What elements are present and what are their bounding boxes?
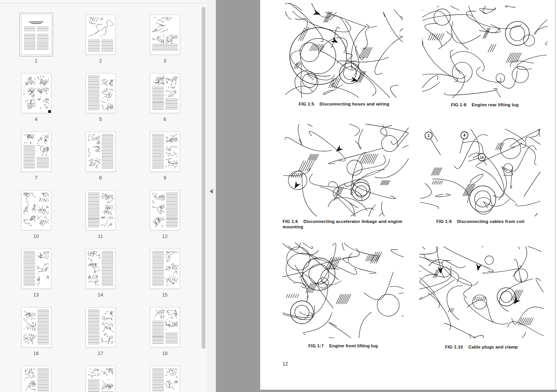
page-thumbnail-label: 9 xyxy=(163,175,166,181)
page-thumbnail-preview xyxy=(150,249,180,289)
page-thumbnail[interactable] xyxy=(148,71,182,115)
viewer-background-bottom xyxy=(216,390,557,392)
figure-illustration-1-5 xyxy=(285,3,403,98)
page-thumbnail-preview xyxy=(21,73,51,113)
page-thumbnail[interactable] xyxy=(84,13,118,57)
page-thumbnail-preview xyxy=(86,132,116,172)
figure-number: FIG 1:6 xyxy=(283,219,303,224)
page-thumbnail-preview xyxy=(21,132,51,172)
thumbnail-cell: 12 xyxy=(133,188,197,247)
figure-number: FIG 1:9 xyxy=(436,219,457,224)
page-thumbnail-preview xyxy=(86,307,116,347)
page-thumbnail[interactable] xyxy=(19,188,53,232)
page-thumbnail-preview xyxy=(150,15,180,55)
page-thumbnail-preview xyxy=(21,15,51,55)
page-thumbnail[interactable] xyxy=(84,188,118,232)
page-thumbnail-preview xyxy=(21,190,51,230)
page-thumbnail-preview xyxy=(86,249,116,289)
sidebar-scrollbar[interactable] xyxy=(202,7,205,349)
page-thumbnail-label: 14 xyxy=(98,292,103,298)
figure-caption-text: Disconnecting hoses and wiring xyxy=(320,102,389,106)
page-thumbnail-preview xyxy=(150,190,180,230)
page-thumbnail[interactable] xyxy=(84,364,118,392)
page-number: 12 xyxy=(283,361,288,367)
figure-illustration-1-7 xyxy=(283,243,404,338)
page-thumbnail[interactable] xyxy=(19,364,53,392)
page-thumbnail[interactable] xyxy=(148,130,182,174)
thumbnail-cell: 18 xyxy=(133,305,197,364)
thumbnail-cell xyxy=(4,364,68,392)
page-thumbnail-preview xyxy=(86,366,116,392)
page-thumbnail-label: 13 xyxy=(33,292,39,298)
callout-badge: 15 xyxy=(478,154,486,161)
page-thumbnail-label: 16 xyxy=(33,351,39,356)
page-thumbnail[interactable] xyxy=(148,247,182,291)
thumbnail-cell: 7 xyxy=(4,130,68,188)
thumbnail-cell: 3 xyxy=(133,13,197,71)
thumbnail-cell: 1 xyxy=(4,13,68,71)
figure-illustration-1-9: 1415 xyxy=(420,129,540,216)
page-thumbnail-label: 6 xyxy=(163,117,166,122)
page-thumbnail[interactable] xyxy=(84,71,118,115)
figure-number: FIG 1:8 xyxy=(451,102,472,107)
callout-badge: 1 xyxy=(425,132,432,139)
figure-caption-text: Disconnecting cables from coil xyxy=(457,219,524,224)
thumbnail-cell: 10 xyxy=(4,188,68,247)
page-thumbnail-label: 17 xyxy=(98,351,103,356)
page-thumbnail-label: 15 xyxy=(162,292,167,298)
figure-illustration-1-6 xyxy=(283,124,409,216)
page-thumbnail[interactable] xyxy=(148,305,182,349)
thumbnail-cell: 6 xyxy=(133,71,197,130)
page-thumbnail[interactable] xyxy=(19,13,53,57)
page-thumbnail[interactable] xyxy=(84,130,118,174)
page-thumbnail-preview xyxy=(150,366,180,392)
page-thumbnail-label: 8 xyxy=(99,175,102,181)
thumbnail-cell: 15 xyxy=(133,247,197,305)
figure-caption: FIG 1:7Engine front lifting lug xyxy=(283,343,404,348)
page-thumbnail-preview xyxy=(150,307,180,347)
pointer-arrow xyxy=(512,297,520,306)
page-thumbnail-preview xyxy=(86,73,116,113)
sidebar-collapse-handle[interactable] xyxy=(207,0,216,392)
figure-caption-text: Cable plugs and clamp xyxy=(468,345,518,349)
figure-caption: FIG 1:10Cable plugs and clamp xyxy=(419,344,544,350)
pointer-arrow xyxy=(313,10,321,17)
callout-badge: 4 xyxy=(461,132,468,139)
page-thumbnail-label: 2 xyxy=(99,58,102,64)
page-thumbnail-preview xyxy=(21,307,51,347)
page-thumbnail-preview xyxy=(21,249,51,289)
figure-number: FIG 1:7 xyxy=(308,343,329,348)
figure-caption: FIG 1:5Disconnecting hoses and wiring xyxy=(285,101,403,107)
svg-text:1: 1 xyxy=(427,134,430,138)
page-thumbnail[interactable] xyxy=(148,13,182,57)
corner-marker xyxy=(48,110,51,113)
page-thumbnail-preview xyxy=(21,366,51,392)
thumbnail-cell: 14 xyxy=(68,247,133,305)
thumbnail-cell xyxy=(133,364,197,392)
figure-caption-text: Engine rear lifting lug xyxy=(472,102,519,107)
page-thumbnail-label: 18 xyxy=(162,351,167,356)
page-thumbnail-preview xyxy=(86,190,116,230)
page-thumbnail[interactable] xyxy=(19,247,53,291)
page-thumbnail[interactable] xyxy=(19,71,53,115)
figure-caption-text: Engine front lifting lug xyxy=(329,343,378,348)
page-thumbnail[interactable] xyxy=(19,305,53,349)
thumbnail-cell: 16 xyxy=(4,305,68,364)
page-thumbnail[interactable] xyxy=(19,130,53,174)
page-thumbnail[interactable] xyxy=(148,364,182,392)
page-thumbnail-label: 12 xyxy=(162,234,167,239)
thumbnail-cell: 13 xyxy=(4,247,68,305)
page-thumbnail[interactable] xyxy=(84,305,118,349)
page-thumbnail-label: 3 xyxy=(163,58,166,64)
page-thumbnail-label: 7 xyxy=(35,175,37,181)
page-thumbnail-label: 4 xyxy=(35,117,37,122)
thumbnail-cell: 11 xyxy=(68,188,133,247)
page-edge xyxy=(555,0,556,390)
thumbnail-cell: 4 xyxy=(4,71,68,130)
pointer-arrow xyxy=(334,145,343,154)
svg-text:4: 4 xyxy=(463,133,466,137)
page-thumbnail-label: 5 xyxy=(99,117,102,122)
page-thumbnail[interactable] xyxy=(148,188,182,232)
page-thumbnail[interactable] xyxy=(84,247,118,291)
figure-illustration-1-10 xyxy=(419,246,544,338)
